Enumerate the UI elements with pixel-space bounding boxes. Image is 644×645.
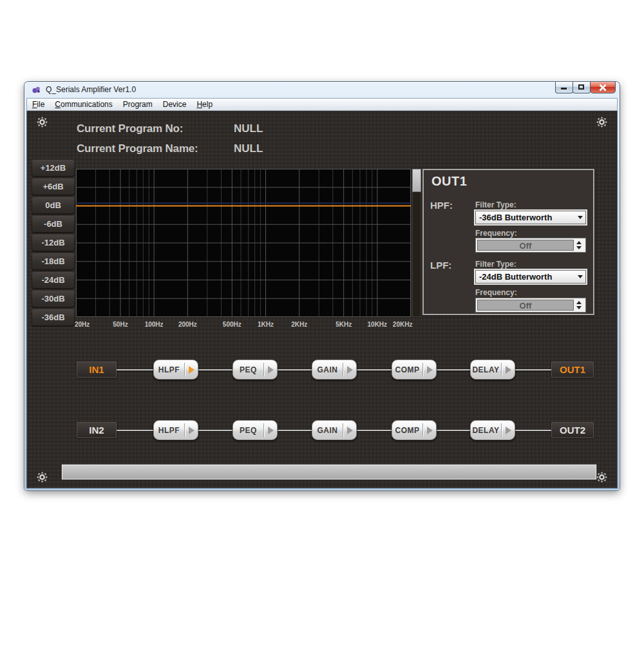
gain-scale-button--6db[interactable]: -6dB	[32, 216, 75, 233]
gain-scale-button-+12db[interactable]: +12dB	[32, 160, 75, 177]
freq-tick-2khz: 2KHz	[291, 321, 307, 328]
hpf-filter-type-select[interactable]: -36dB Butterworth	[475, 211, 586, 224]
freq-tick-100hz: 100Hz	[145, 321, 164, 328]
spinner-buttons	[574, 240, 584, 251]
program-no-label: Current Program No:	[77, 122, 183, 135]
graph-scrollbar[interactable]	[412, 169, 421, 317]
freq-tick-5khz: 5KHz	[336, 321, 352, 328]
freq-tick-20khz: 20KHz	[393, 321, 413, 328]
arrow-right-icon	[185, 366, 198, 374]
chain-block-comp-button[interactable]: COMP	[392, 360, 437, 380]
response-graph	[76, 169, 411, 317]
spin-down-icon[interactable]	[576, 246, 582, 249]
chain-block-comp-button[interactable]: COMP	[392, 420, 437, 440]
chain-block-label: HLPF	[154, 426, 184, 435]
gain-scale-button--30db[interactable]: -30dB	[32, 291, 75, 307]
status-bar	[62, 465, 596, 479]
chain-output-out2[interactable]: OUT2	[551, 422, 594, 438]
chain-block-label: DELAY	[471, 365, 501, 374]
hpf-frequency-spinner[interactable]: Off	[475, 238, 586, 253]
freq-tick-500hz: 500Hz	[223, 321, 242, 328]
lpf-filter-type-select[interactable]: -24dB Butterworth	[475, 270, 586, 284]
arrow-right-icon	[343, 427, 356, 434]
arrow-right-icon	[185, 427, 198, 434]
gear-icon	[596, 472, 607, 483]
hpf-filter-type-label: Filter Type:	[475, 200, 516, 209]
maximize-icon	[578, 84, 584, 90]
chain-block-peq-button[interactable]: PEQ	[232, 420, 278, 440]
chain-block-label: HLPF	[154, 365, 184, 374]
arrow-right-icon	[264, 427, 277, 434]
chain-block-label: GAIN	[312, 365, 343, 374]
client-area: Current Program No: NULL Current Program…	[26, 111, 618, 488]
chain-block-gain-button[interactable]: GAIN	[312, 360, 357, 380]
menu-item-file[interactable]: File	[27, 99, 50, 110]
lpf-filter-type-value: -24dB Butterworth	[476, 272, 575, 282]
chain-block-label: DELAY	[471, 426, 501, 435]
hpf-filter-type-value: -36dB Butterworth	[476, 213, 575, 222]
close-button[interactable]	[590, 82, 616, 93]
lpf-frequency-value: Off	[477, 300, 574, 311]
maximize-button[interactable]	[573, 82, 591, 93]
freq-tick-1khz: 1KHz	[258, 321, 274, 328]
frequency-axis: 20Hz50Hz100Hz200Hz500Hz1KHz2KHz5KHz10KHz…	[76, 321, 411, 330]
arrow-right-icon	[343, 366, 356, 374]
arrow-right-icon	[423, 366, 436, 374]
menu-item-communications[interactable]: Communications	[50, 99, 117, 110]
gear-icon	[37, 117, 48, 128]
signal-chain-2: IN2HLPFPEQGAINCOMPDELAYOUT2	[77, 420, 594, 441]
out1-panel: OUT1 HPF: Filter Type: -36dB Butterworth…	[422, 169, 594, 315]
gear-icon	[37, 472, 48, 483]
chain-input-in1[interactable]: IN1	[77, 361, 117, 378]
program-name-value: NULL	[234, 142, 263, 155]
arrow-right-icon	[502, 366, 515, 374]
spinner-buttons	[574, 300, 584, 311]
spin-down-icon[interactable]	[576, 306, 582, 309]
chain-block-peq-button[interactable]: PEQ	[232, 360, 278, 380]
graph-scrollbar-thumb[interactable]	[412, 169, 421, 192]
program-name-label: Current Program Name:	[77, 142, 198, 155]
chain-output-out1[interactable]: OUT1	[551, 361, 594, 378]
window-controls	[556, 82, 616, 93]
arrow-right-icon	[264, 366, 277, 374]
gear-icon	[596, 117, 607, 128]
gain-scale: +12dB+6dB0dB-6dB-12dB-18dB-24dB-30dB-36d…	[32, 160, 75, 326]
lpf-frequency-spinner[interactable]: Off	[475, 298, 586, 313]
minimize-button[interactable]	[555, 82, 573, 93]
menu-item-device[interactable]: Device	[158, 99, 192, 110]
menu-item-program[interactable]: Program	[118, 99, 158, 110]
arrow-right-icon	[502, 427, 515, 434]
chain-block-delay-button[interactable]: DELAY	[470, 420, 515, 440]
chain-block-hlpf-button[interactable]: HLPF	[153, 420, 198, 440]
hpf-label: HPF:	[430, 200, 453, 211]
gain-scale-button--24db[interactable]: -24dB	[32, 272, 75, 289]
gain-scale-button--18db[interactable]: -18dB	[32, 253, 75, 270]
window-title: Q_Serials Amplifier Ver1.0	[46, 85, 136, 94]
lpf-label: LPF:	[430, 260, 451, 271]
chevron-down-icon	[575, 275, 585, 278]
minimize-icon	[561, 88, 567, 90]
chain-block-label: PEQ	[233, 365, 263, 374]
spin-up-icon[interactable]	[576, 241, 582, 244]
close-icon	[600, 84, 607, 91]
chain-input-in2[interactable]: IN2	[77, 422, 117, 438]
freq-tick-200hz: 200Hz	[178, 321, 197, 328]
gain-scale-button-+6db[interactable]: +6dB	[32, 178, 75, 195]
gain-scale-button--36db[interactable]: -36dB	[32, 309, 75, 326]
freq-tick-50hz: 50Hz	[113, 321, 128, 328]
chain-block-gain-button[interactable]: GAIN	[312, 420, 357, 440]
lpf-frequency-label: Frequency:	[475, 288, 517, 297]
app-window: Q_Serials Amplifier Ver1.0 FileCommunica…	[24, 82, 620, 490]
gain-scale-button--12db[interactable]: -12dB	[32, 235, 75, 251]
menu-item-help[interactable]: Help	[191, 99, 218, 110]
title-bar[interactable]: Q_Serials Amplifier Ver1.0	[26, 82, 618, 98]
hpf-frequency-value: Off	[477, 240, 574, 251]
out-panel-title: OUT1	[431, 174, 467, 189]
signal-chain-1: IN1HLPFPEQGAINCOMPDELAYOUT1	[77, 360, 594, 380]
chain-block-delay-button[interactable]: DELAY	[470, 360, 515, 380]
response-graph-svg	[76, 169, 411, 317]
spin-up-icon[interactable]	[576, 301, 582, 304]
gain-scale-button-0db[interactable]: 0dB	[32, 197, 75, 214]
chain-block-label: PEQ	[233, 426, 263, 435]
chain-block-hlpf-button[interactable]: HLPF	[153, 360, 198, 380]
